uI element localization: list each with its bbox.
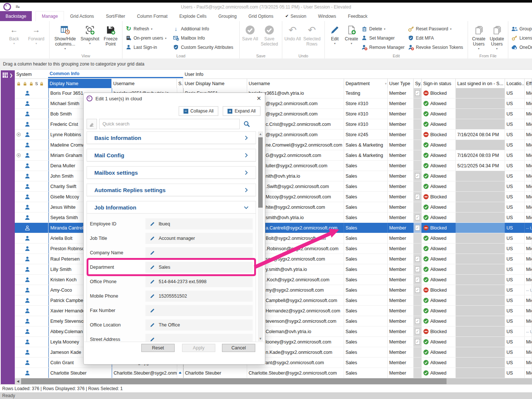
cell-sys[interactable]: ✓	[414, 316, 422, 326]
cell-sys[interactable]	[414, 161, 422, 171]
cell-sys[interactable]	[414, 368, 422, 378]
cell-sys[interactable]	[414, 181, 422, 191]
collapse-all-button[interactable]: −Collapse All	[179, 106, 219, 116]
column-header-s1[interactable]: S...	[177, 79, 183, 88]
save-all-button[interactable]: Save All	[242, 23, 259, 53]
sys-checkbox[interactable]: ✓	[415, 90, 420, 96]
field-value-box[interactable]: lbueq	[145, 218, 253, 229]
cell-sys[interactable]: ✓	[414, 285, 422, 295]
system-columns-header[interactable]: S	[15, 79, 48, 88]
custom-security-attributes-button[interactable]: Custom Security Attributes	[172, 43, 238, 52]
cell-sys[interactable]	[414, 306, 422, 316]
column-header-sys[interactable]: Sy...	[414, 79, 422, 88]
cell-sys[interactable]: ✓	[414, 264, 422, 274]
onprem-users-button[interactable]: On-prem users▾	[124, 33, 172, 43]
cell-sys[interactable]	[414, 202, 422, 212]
back-button[interactable]: ← Back ▾	[3, 23, 25, 53]
section-basic-information[interactable]: Basic Information	[87, 131, 256, 144]
sys-checkbox[interactable]: ✓	[415, 225, 420, 231]
search-button[interactable]	[242, 121, 252, 127]
sys-checkbox[interactable]: ✓	[415, 256, 420, 262]
save-selected-button[interactable]: Save Selected	[259, 23, 280, 53]
cell-sys[interactable]: ✓	[414, 337, 422, 347]
column-header-dn[interactable]: Display Name	[48, 79, 112, 88]
section-automatic-replies-settings[interactable]: Automatic Replies settings	[87, 184, 256, 196]
quick-search-input[interactable]	[99, 119, 240, 129]
column-header-signin[interactable]: Sign-in status	[422, 79, 456, 88]
apply-button[interactable]: Apply	[182, 344, 215, 352]
additional-info-button[interactable]: ↓Additional Info	[172, 24, 238, 33]
sys-checkbox[interactable]: ✓	[415, 318, 420, 324]
freeze-point-button[interactable]: Freeze Point	[101, 23, 120, 53]
section-mail-config[interactable]: Mail Config	[87, 149, 256, 161]
tab-grouping[interactable]: Grouping	[212, 11, 242, 21]
grid-side-panel[interactable]: ❯	[1, 70, 15, 378]
delete-button[interactable]: Delete▾	[360, 24, 407, 33]
sys-checkbox[interactable]: ✓	[415, 339, 420, 345]
group-membership-button[interactable]: Group Membership...▾	[510, 24, 532, 33]
section-mailbox-settings[interactable]: Mailbox settings	[87, 166, 256, 179]
create-button[interactable]: Create ▾	[343, 23, 360, 53]
cell-sys[interactable]: ✓	[414, 212, 422, 222]
cell-sys[interactable]	[414, 244, 422, 254]
undo-selected-rows-button[interactable]: ↶ Selected Rows	[301, 23, 323, 53]
tab-grid-options[interactable]: Grid Options	[243, 11, 279, 21]
cell-sys[interactable]: ✓	[414, 254, 422, 264]
edit-button[interactable]: Edit ▾	[327, 23, 343, 53]
forward-button[interactable]: → Forward ▾	[25, 23, 47, 53]
band-system[interactable]: System	[15, 70, 48, 78]
set-manager-button[interactable]: Set Manager	[360, 33, 407, 43]
cell-sys[interactable]	[414, 295, 422, 305]
column-header-u1[interactable]: Username	[112, 79, 177, 88]
column-header-eff[interactable]: Effe...	[525, 79, 532, 88]
last-signin-button[interactable]: Last Sign-in	[124, 43, 172, 52]
field-value-box[interactable]: 514-844-2373 ext.5998	[145, 276, 253, 287]
cell-sys[interactable]	[414, 140, 422, 150]
cancel-button[interactable]: Cancel	[222, 344, 255, 352]
clear-search-button[interactable]	[87, 119, 97, 129]
create-users-button[interactable]: Create Users ▾	[470, 23, 488, 53]
field-value-box[interactable]	[145, 305, 253, 316]
scroll-left-button[interactable]: ◀	[15, 378, 21, 384]
cell-sys[interactable]: ✓	[414, 223, 422, 233]
column-header-udn[interactable]: User Display Name	[183, 79, 247, 88]
tab-windows[interactable]: Windows	[312, 11, 342, 21]
tab-session[interactable]: ✔Session	[279, 11, 312, 21]
licenses-button[interactable]: Licenses...▾	[510, 33, 532, 43]
tab-explode-cells[interactable]: Explode Cells	[174, 11, 212, 21]
sys-checkbox[interactable]: ✓	[415, 287, 420, 293]
cell-sys[interactable]	[414, 347, 422, 357]
cell-sys[interactable]	[414, 150, 422, 160]
cell-sys[interactable]	[414, 130, 422, 140]
sys-checkbox[interactable]: ✓	[415, 173, 420, 179]
reset-button[interactable]: Reset	[141, 344, 175, 352]
cell-sys[interactable]: ✓	[414, 275, 422, 285]
sys-checkbox[interactable]: ✓	[415, 266, 420, 272]
cell-sys[interactable]: ✓	[414, 171, 422, 181]
dialog-scroll-thumb[interactable]	[258, 137, 263, 208]
dialog-close-icon[interactable]: ✕	[256, 95, 261, 102]
cell-sys[interactable]	[414, 233, 422, 243]
onedrive-files-button[interactable]: OneDrive Files...▾	[510, 43, 532, 52]
update-users-button[interactable]: Update Users ▾	[488, 23, 506, 53]
show-hide-columns-button[interactable]: Show/Hide columns... ▾	[51, 23, 79, 53]
cell-sys[interactable]: ✓	[414, 88, 422, 98]
column-header-dept[interactable]: Department▾	[344, 79, 388, 88]
cell-sys[interactable]	[414, 119, 422, 129]
cell-sys[interactable]	[414, 358, 422, 368]
horizontal-scroll-thumb[interactable]	[21, 378, 447, 384]
reset-password-button[interactable]: Reset Password▾	[407, 24, 466, 33]
tab-manage[interactable]: Manage	[36, 11, 64, 21]
scroll-down-icon[interactable]: ▼	[258, 336, 263, 341]
cell-sys[interactable]	[414, 98, 422, 108]
column-header-type[interactable]: User Type	[388, 79, 414, 88]
tab-backstage[interactable]: Backstage	[0, 11, 32, 21]
band-common-info[interactable]: Common Info	[48, 70, 183, 78]
column-header-loc[interactable]: Locatio...	[505, 79, 525, 88]
undo-all-button[interactable]: ↶ Undo All	[284, 23, 301, 53]
cell-sys[interactable]: ✓	[414, 326, 422, 336]
filter-caret-icon[interactable]: ▾	[385, 82, 387, 86]
horizontal-scrollbar[interactable]: ◀	[15, 378, 532, 384]
column-header-last[interactable]: Last signed in on - S...	[456, 79, 505, 88]
table-row[interactable]: Charlotte SteuberCharlotte.Steuber@sygx2…	[15, 368, 532, 378]
